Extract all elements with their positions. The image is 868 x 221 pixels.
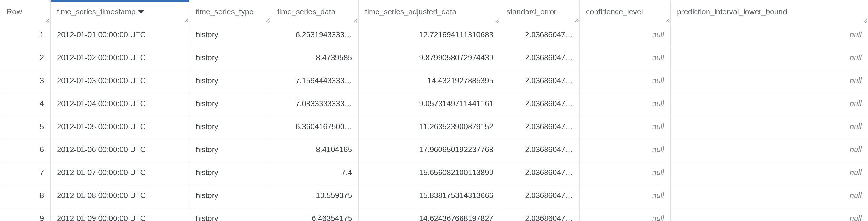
cell-row: 5 bbox=[0, 115, 51, 138]
cell-conf: null bbox=[580, 46, 671, 69]
cell-adj: 14.624367668197827 bbox=[359, 207, 500, 221]
column-header-data[interactable]: time_series_data bbox=[271, 0, 359, 23]
cell-adj: 15.656082100113899 bbox=[359, 161, 500, 184]
cell-ts: 2012-01-09 00:00:00 UTC bbox=[51, 207, 189, 221]
cell-pred: null bbox=[671, 92, 868, 115]
column-label: time_series_timestamp bbox=[57, 7, 135, 16]
table-row[interactable]: 52012-01-05 00:00:00 UTChistory6.3604167… bbox=[0, 115, 868, 138]
cell-row: 8 bbox=[0, 184, 51, 207]
cell-data: 10.559375 bbox=[271, 184, 359, 207]
column-header-ts[interactable]: time_series_timestamp bbox=[51, 0, 189, 23]
cell-se: 2.03686047… bbox=[500, 184, 580, 207]
table-row[interactable]: 22012-01-02 00:00:00 UTChistory8.4739585… bbox=[0, 46, 868, 69]
cell-conf: null bbox=[580, 69, 671, 92]
cell-ts: 2012-01-04 00:00:00 UTC bbox=[51, 92, 189, 115]
cell-adj: 9.8799058072974439 bbox=[359, 46, 500, 69]
table-row[interactable]: 32012-01-03 00:00:00 UTChistory7.1594443… bbox=[0, 69, 868, 92]
column-resize-handle[interactable] bbox=[264, 17, 270, 22]
cell-pred: null bbox=[671, 138, 868, 161]
cell-se: 2.03686047… bbox=[500, 161, 580, 184]
cell-pred: null bbox=[671, 161, 868, 184]
cell-se: 2.03686047… bbox=[500, 23, 580, 46]
cell-data: 7.0833333333… bbox=[271, 92, 359, 115]
column-label: standard_error bbox=[506, 7, 556, 16]
cell-type: history bbox=[189, 92, 271, 115]
cell-type: history bbox=[189, 161, 271, 184]
cell-adj: 12.721694111310683 bbox=[359, 23, 500, 46]
column-resize-handle[interactable] bbox=[44, 17, 50, 22]
cell-pred: null bbox=[671, 69, 868, 92]
cell-conf: null bbox=[580, 184, 671, 207]
cell-pred: null bbox=[671, 115, 868, 138]
cell-data: 6.2631943333… bbox=[271, 23, 359, 46]
table-row[interactable]: 12012-01-01 00:00:00 UTChistory6.2631943… bbox=[0, 23, 868, 46]
cell-data: 6.46354175 bbox=[271, 207, 359, 221]
cell-ts: 2012-01-05 00:00:00 UTC bbox=[51, 115, 189, 138]
cell-adj: 11.263523900879152 bbox=[359, 115, 500, 138]
column-resize-handle[interactable] bbox=[573, 17, 579, 22]
column-header-type[interactable]: time_series_type bbox=[189, 0, 271, 23]
table-row[interactable]: 62012-01-06 00:00:00 UTChistory8.4104165… bbox=[0, 138, 868, 161]
cell-conf: null bbox=[580, 92, 671, 115]
cell-type: history bbox=[189, 69, 271, 92]
cell-type: history bbox=[189, 138, 271, 161]
sort-desc-icon bbox=[138, 10, 144, 13]
cell-pred: null bbox=[671, 46, 868, 69]
column-label: Row bbox=[7, 7, 22, 16]
cell-type: history bbox=[189, 115, 271, 138]
cell-se: 2.03686047… bbox=[500, 92, 580, 115]
cell-adj: 15.838175314313666 bbox=[359, 184, 500, 207]
column-resize-handle[interactable] bbox=[183, 17, 188, 22]
column-header-se[interactable]: standard_error bbox=[500, 0, 580, 23]
column-label: time_series_type bbox=[196, 7, 253, 16]
cell-adj: 9.0573149711441161 bbox=[359, 92, 500, 115]
table-body: 12012-01-01 00:00:00 UTChistory6.2631943… bbox=[0, 23, 868, 221]
cell-type: history bbox=[189, 46, 271, 69]
cell-data: 8.4739585 bbox=[271, 46, 359, 69]
column-resize-handle[interactable] bbox=[352, 17, 358, 22]
column-label: confidence_level bbox=[586, 7, 643, 16]
cell-ts: 2012-01-07 00:00:00 UTC bbox=[51, 161, 189, 184]
cell-ts: 2012-01-08 00:00:00 UTC bbox=[51, 184, 189, 207]
column-label: time_series_adjusted_data bbox=[365, 7, 457, 16]
column-header-conf[interactable]: confidence_level bbox=[580, 0, 671, 23]
column-resize-handle[interactable] bbox=[664, 17, 670, 22]
column-resize-handle[interactable] bbox=[862, 17, 867, 22]
cell-type: history bbox=[189, 207, 271, 221]
table-row[interactable]: 42012-01-04 00:00:00 UTChistory7.0833333… bbox=[0, 92, 868, 115]
cell-row: 6 bbox=[0, 138, 51, 161]
cell-row: 9 bbox=[0, 207, 51, 221]
column-header-adj[interactable]: time_series_adjusted_data bbox=[359, 0, 500, 23]
cell-type: history bbox=[189, 184, 271, 207]
table-header: Rowtime_series_timestamptime_series_type… bbox=[0, 0, 868, 23]
cell-conf: null bbox=[580, 115, 671, 138]
cell-row: 7 bbox=[0, 161, 51, 184]
column-header-row[interactable]: Row bbox=[0, 0, 51, 23]
cell-row: 3 bbox=[0, 69, 51, 92]
cell-conf: null bbox=[580, 138, 671, 161]
cell-conf: null bbox=[580, 23, 671, 46]
table-row[interactable]: 72012-01-07 00:00:00 UTChistory7.415.656… bbox=[0, 161, 868, 184]
cell-data: 7.1594443333… bbox=[271, 69, 359, 92]
cell-ts: 2012-01-01 00:00:00 UTC bbox=[51, 23, 189, 46]
cell-conf: null bbox=[580, 207, 671, 221]
cell-data: 6.3604167500… bbox=[271, 115, 359, 138]
cell-data: 7.4 bbox=[271, 161, 359, 184]
cell-ts: 2012-01-03 00:00:00 UTC bbox=[51, 69, 189, 92]
cell-adj: 17.960650192237768 bbox=[359, 138, 500, 161]
cell-se: 2.03686047… bbox=[500, 115, 580, 138]
cell-data: 8.4104165 bbox=[271, 138, 359, 161]
column-resize-handle[interactable] bbox=[493, 17, 499, 22]
results-table: Rowtime_series_timestamptime_series_type… bbox=[0, 0, 868, 221]
cell-se: 2.03686047… bbox=[500, 69, 580, 92]
cell-ts: 2012-01-06 00:00:00 UTC bbox=[51, 138, 189, 161]
cell-pred: null bbox=[671, 207, 868, 221]
cell-adj: 14.4321927885395 bbox=[359, 69, 500, 92]
column-header-pred[interactable]: prediction_interval_lower_bound bbox=[671, 0, 868, 23]
cell-ts: 2012-01-02 00:00:00 UTC bbox=[51, 46, 189, 69]
table-row[interactable]: 92012-01-09 00:00:00 UTChistory6.4635417… bbox=[0, 207, 868, 221]
column-label: time_series_data bbox=[277, 7, 336, 16]
cell-row: 2 bbox=[0, 46, 51, 69]
table-row[interactable]: 82012-01-08 00:00:00 UTChistory10.559375… bbox=[0, 184, 868, 207]
cell-row: 4 bbox=[0, 92, 51, 115]
